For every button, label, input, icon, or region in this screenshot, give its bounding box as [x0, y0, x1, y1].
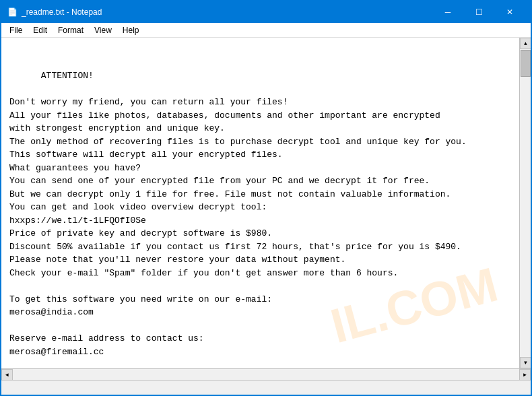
window-controls: ─ ☐ ✕: [432, 1, 525, 23]
close-button[interactable]: ✕: [494, 1, 525, 23]
watermark: IL.COM: [323, 248, 505, 362]
scroll-track-v[interactable]: [520, 49, 531, 357]
status-bar: [1, 380, 531, 395]
app-icon: 📄: [7, 7, 18, 18]
menu-help[interactable]: Help: [117, 24, 145, 36]
menu-edit[interactable]: Edit: [28, 24, 53, 36]
scroll-up-button[interactable]: ▲: [520, 38, 531, 49]
menu-view[interactable]: View: [89, 24, 117, 36]
scroll-thumb-v[interactable]: [521, 50, 531, 77]
menu-format[interactable]: Format: [53, 24, 89, 36]
scroll-track-h[interactable]: [13, 369, 519, 380]
scroll-down-button[interactable]: ▼: [520, 357, 531, 368]
horizontal-scrollbar[interactable]: ◄ ►: [1, 368, 531, 380]
menu-bar: File Edit Format View Help: [1, 23, 531, 38]
editor-content: ATTENTION! Don't worry my friend, you ca…: [9, 71, 467, 368]
text-editor[interactable]: IL.COM ATTENTION! Don't worry my friend,…: [1, 38, 519, 368]
maximize-button[interactable]: ☐: [463, 1, 494, 23]
content-area: IL.COM ATTENTION! Don't worry my friend,…: [1, 38, 531, 368]
scroll-left-button[interactable]: ◄: [1, 369, 13, 381]
vertical-scrollbar[interactable]: ▲ ▼: [519, 38, 531, 368]
title-bar: 📄 _readme.txt - Notepad ─ ☐ ✕: [1, 1, 531, 23]
minimize-button[interactable]: ─: [432, 1, 463, 23]
scroll-right-button[interactable]: ►: [519, 369, 531, 381]
menu-file[interactable]: File: [4, 24, 28, 36]
notepad-window: 📄 _readme.txt - Notepad ─ ☐ ✕ File Edit …: [0, 0, 532, 396]
window-title: _readme.txt - Notepad: [22, 7, 432, 17]
